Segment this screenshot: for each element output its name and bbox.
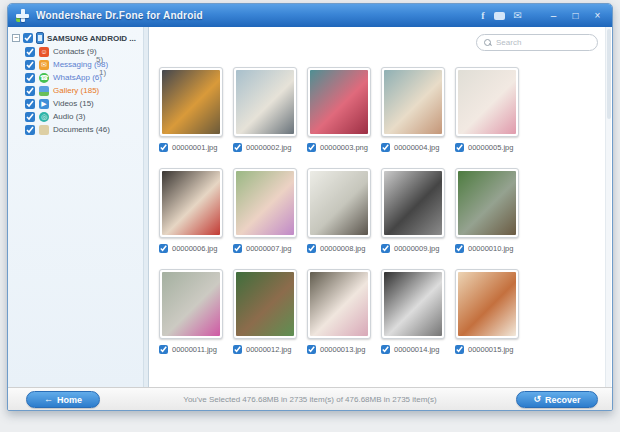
recover-button[interactable]: ↺ Recover [516,391,598,408]
photo-checkbox[interactable] [381,244,390,253]
home-button-label: Home [57,395,82,405]
photo-thumbnail[interactable] [159,67,223,137]
photo-checkbox[interactable] [455,244,464,253]
footer-bar: You've Selected 476.68MB in 2735 item(s)… [8,387,612,410]
sidebar-item-audio[interactable]: ◎ Audio (3) [25,110,148,123]
maximize-button[interactable]: □ [569,11,582,21]
sidebar-item-videos[interactable]: ▶ Videos (15) [25,97,148,110]
sidebar-item-whatsapp[interactable]: ☎ WhatsApp (6) [25,71,148,84]
phone-icon [36,32,44,44]
category-checkbox[interactable] [25,73,35,83]
recover-arrow-icon: ↺ [533,395,541,404]
photo-checkbox[interactable] [307,345,316,354]
sidebar-item-messaging[interactable]: ✉ Messaging (98) [25,58,148,71]
wrapped-count-text: 1) [99,68,106,77]
photo-filename: 00000008.jpg [320,244,365,253]
chat-icon[interactable] [494,12,505,20]
photo-thumbnail[interactable] [159,269,223,339]
photo-cell: 00000012.jpg [233,269,307,354]
photo-checkbox[interactable] [233,143,242,152]
search-box[interactable] [476,34,598,51]
sidebar-item-device[interactable]: − SAMSUNG ANDROID ... [8,31,148,45]
photo-checkbox[interactable] [233,345,242,354]
photo-cell: 00000001.jpg [159,67,233,152]
close-button[interactable]: × [591,11,604,21]
window-title: Wondershare Dr.Fone for Android [36,10,203,21]
wrapped-count-text: 5) [96,55,103,64]
sidebar-item-gallery[interactable]: Gallery (185) [25,84,148,97]
photo-filename: 00000011.jpg [172,345,217,354]
photo-filename: 00000012.jpg [246,345,291,354]
photo-thumbnail[interactable] [307,168,371,238]
photo-thumbnail[interactable] [455,269,519,339]
photo-cell: 00000007.jpg [233,168,307,253]
photo-filename: 00000010.jpg [468,244,513,253]
main-panel: 00000001.jpg 00000002.jpg 00000003.png 0… [149,27,612,387]
photo-thumbnail[interactable] [381,168,445,238]
photo-cell: 00000005.jpg [455,67,529,152]
audio-icon: ◎ [39,112,49,122]
photo-filename: 00000007.jpg [246,244,291,253]
photo-filename: 00000013.jpg [320,345,365,354]
sidebar-item-contacts[interactable]: ☺ Contacts (9) [25,45,148,58]
device-label: SAMSUNG ANDROID ... [47,34,136,43]
sidebar-item-label: WhatsApp (6) [53,73,102,82]
search-icon [484,39,491,46]
category-checkbox[interactable] [25,86,35,96]
photo-checkbox[interactable] [233,244,242,253]
photo-checkbox[interactable] [307,244,316,253]
app-window: Wondershare Dr.Fone for Android f ✉ – □ … [7,3,613,411]
photo-checkbox[interactable] [381,345,390,354]
photo-cell: 00000015.jpg [455,269,529,354]
photo-checkbox[interactable] [159,143,168,152]
photo-thumbnail[interactable] [381,67,445,137]
photo-thumbnail[interactable] [233,269,297,339]
main-scrollbar[interactable] [605,27,611,387]
sidebar-scrollbar[interactable] [143,27,148,387]
sidebar-item-label: Contacts (9) [53,47,97,56]
photo-checkbox[interactable] [159,244,168,253]
category-checkbox[interactable] [25,125,35,135]
photo-checkbox[interactable] [159,345,168,354]
photo-checkbox[interactable] [381,143,390,152]
minimize-button[interactable]: – [547,11,560,21]
collapse-icon[interactable]: − [12,34,20,42]
titlebar[interactable]: Wondershare Dr.Fone for Android f ✉ – □ … [8,4,612,27]
photo-thumbnail[interactable] [159,168,223,238]
sidebar-item-label: Documents (46) [53,125,110,134]
category-checkbox[interactable] [25,60,35,70]
photo-thumbnail[interactable] [233,67,297,137]
category-checkbox[interactable] [25,47,35,57]
photo-grid: 00000001.jpg 00000002.jpg 00000003.png 0… [159,67,529,354]
photo-filename: 00000004.jpg [394,143,439,152]
photo-thumbnail[interactable] [307,269,371,339]
sidebar: − SAMSUNG ANDROID ... ☺ Contacts (9) ✉ M… [8,27,149,387]
facebook-icon[interactable]: f [481,11,484,21]
sidebar-item-documents[interactable]: Documents (46) [25,123,148,136]
photo-cell: 00000008.jpg [307,168,381,253]
photo-checkbox[interactable] [455,345,464,354]
home-button[interactable]: ← Home [26,391,100,408]
photo-checkbox[interactable] [307,143,316,152]
photo-cell: 00000010.jpg [455,168,529,253]
photo-filename: 00000014.jpg [394,345,439,354]
documents-icon [39,125,49,135]
photo-thumbnail[interactable] [455,168,519,238]
photo-filename: 00000006.jpg [172,244,217,253]
device-checkbox[interactable] [23,33,33,43]
category-checkbox[interactable] [25,99,35,109]
photo-thumbnail[interactable] [307,67,371,137]
gallery-icon [39,86,49,96]
mail-icon[interactable]: ✉ [514,11,522,21]
photo-cell: 00000002.jpg [233,67,307,152]
home-arrow-icon: ← [44,395,53,404]
photo-thumbnail[interactable] [455,67,519,137]
photo-cell: 00000011.jpg [159,269,233,354]
photo-thumbnail[interactable] [381,269,445,339]
category-checkbox[interactable] [25,112,35,122]
photo-checkbox[interactable] [455,143,464,152]
search-input[interactable] [496,38,586,47]
videos-icon: ▶ [39,99,49,109]
photo-filename: 00000002.jpg [246,143,291,152]
photo-thumbnail[interactable] [233,168,297,238]
